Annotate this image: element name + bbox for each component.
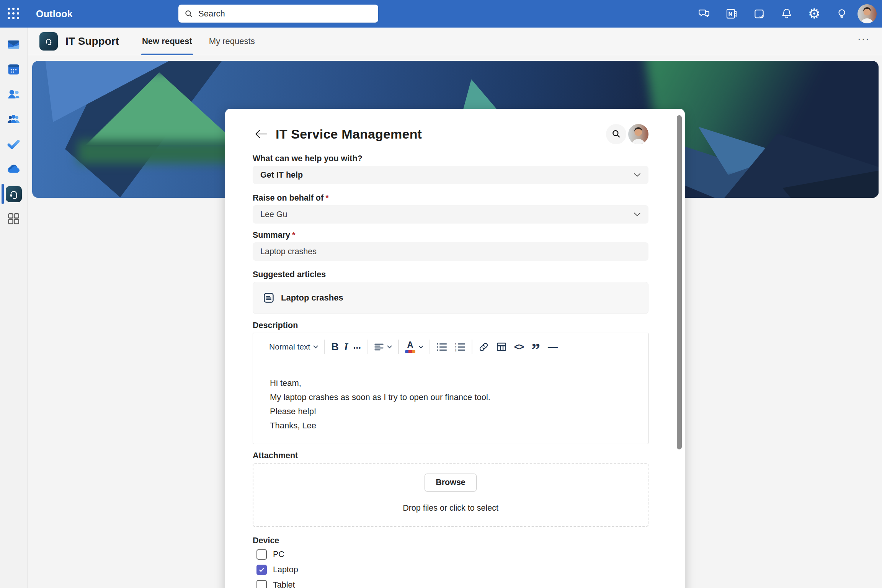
browse-button[interactable]: Browse bbox=[425, 474, 477, 492]
behalf-select-value: Lee Gu bbox=[260, 210, 287, 219]
chevron-down-icon bbox=[634, 212, 641, 217]
avatar-photo bbox=[858, 4, 877, 23]
scrollbar-thumb[interactable] bbox=[677, 115, 682, 449]
addin-header: IT Support New request My requests ··· bbox=[28, 28, 882, 55]
text-color-button[interactable]: A bbox=[405, 341, 423, 353]
onenote-button[interactable] bbox=[720, 2, 743, 26]
request-form-panel: IT Service Management What can we help y… bbox=[225, 109, 685, 588]
panel-user-avatar[interactable] bbox=[628, 124, 648, 144]
device-option-pc[interactable]: PC bbox=[256, 548, 648, 561]
user-avatar[interactable] bbox=[858, 4, 877, 23]
editor-line: Please help! bbox=[270, 404, 631, 418]
horizontal-rule-button[interactable]: — bbox=[548, 341, 558, 353]
calendar-icon bbox=[7, 62, 21, 77]
addin-tabs: New request My requests bbox=[141, 28, 271, 55]
attachment-dropzone[interactable]: Browse Drop files or click to select bbox=[253, 463, 648, 527]
numbered-list-button[interactable]: 123 bbox=[455, 343, 466, 351]
text-style-dropdown[interactable]: Normal text bbox=[269, 342, 318, 351]
sidebar-item-onedrive[interactable] bbox=[0, 157, 28, 181]
tab-my-requests[interactable]: My requests bbox=[208, 28, 256, 55]
notifications-button[interactable] bbox=[775, 2, 799, 26]
suite-header-actions: ⚙ bbox=[692, 0, 877, 28]
bold-button[interactable]: B bbox=[331, 341, 339, 353]
device-option-laptop[interactable]: Laptop bbox=[256, 563, 648, 576]
app-launcher-icon bbox=[8, 8, 20, 20]
it-support-icon bbox=[6, 186, 22, 202]
groups-icon bbox=[7, 112, 21, 126]
apps-grid-icon bbox=[7, 212, 21, 226]
onedrive-icon bbox=[6, 162, 21, 177]
more-formatting-button[interactable]: ••• bbox=[353, 343, 361, 351]
article-icon bbox=[263, 292, 274, 304]
insert-table-button[interactable] bbox=[497, 342, 506, 351]
tab-label: New request bbox=[142, 36, 192, 46]
code-block-button[interactable]: <> bbox=[514, 342, 524, 352]
addin-title: IT Support bbox=[65, 35, 119, 47]
app-launcher-button[interactable] bbox=[0, 0, 28, 28]
bell-icon bbox=[780, 7, 793, 20]
checkbox-label: Tablet bbox=[273, 580, 295, 588]
sidebar-item-mail[interactable] bbox=[0, 32, 28, 57]
people-icon bbox=[7, 87, 21, 101]
editor-line: My laptop crashes as soon as I try to op… bbox=[270, 390, 631, 404]
behalf-select[interactable]: Lee Gu bbox=[253, 205, 648, 224]
bullet-list-button[interactable] bbox=[436, 343, 447, 351]
chevron-down-icon bbox=[634, 173, 641, 177]
checkbox[interactable] bbox=[256, 565, 267, 575]
alignment-button[interactable] bbox=[374, 343, 392, 351]
mail-icon bbox=[7, 38, 21, 52]
tasks-icon bbox=[753, 7, 766, 20]
checkbox-label: Laptop bbox=[273, 565, 298, 575]
rich-text-editor: Normal text B I ••• bbox=[253, 333, 648, 444]
editor-toolbar: Normal text B I ••• bbox=[253, 333, 648, 357]
sidebar-item-groups[interactable] bbox=[0, 107, 28, 132]
summary-input-wrap bbox=[253, 242, 648, 261]
summary-input[interactable] bbox=[260, 247, 641, 256]
todo-tasks-button[interactable] bbox=[747, 2, 771, 26]
sidebar-item-people[interactable] bbox=[0, 82, 28, 107]
tab-new-request[interactable]: New request bbox=[141, 28, 193, 55]
gear-icon: ⚙ bbox=[808, 7, 820, 21]
chevron-down-icon bbox=[313, 345, 318, 348]
todo-icon bbox=[7, 137, 21, 151]
sidebar-item-calendar[interactable] bbox=[0, 57, 28, 82]
behalf-field-label: Raise on behalf of* bbox=[253, 193, 648, 203]
sidebar-item-todo[interactable] bbox=[0, 132, 28, 157]
device-option-tablet[interactable]: Tablet bbox=[256, 578, 648, 588]
main-area: IT Support New request My requests ··· bbox=[28, 28, 882, 588]
checkbox[interactable] bbox=[256, 580, 267, 588]
sidebar-item-itsupport[interactable] bbox=[0, 181, 28, 206]
feedback-button[interactable] bbox=[692, 2, 716, 26]
help-select[interactable]: Get IT help bbox=[253, 166, 648, 184]
toolbar-divider bbox=[430, 340, 430, 354]
search-input[interactable] bbox=[198, 9, 372, 19]
chevron-down-icon bbox=[387, 345, 392, 348]
tips-button[interactable] bbox=[830, 2, 854, 26]
insert-link-button[interactable] bbox=[479, 342, 489, 352]
italic-button[interactable]: I bbox=[344, 341, 348, 353]
outlook-window: Outlook ⚙ bbox=[0, 0, 882, 588]
text-color-icon: A bbox=[405, 341, 415, 353]
settings-button[interactable]: ⚙ bbox=[802, 2, 826, 26]
app-rail bbox=[0, 28, 28, 588]
table-icon bbox=[497, 342, 506, 351]
checkbox-label: PC bbox=[273, 550, 284, 559]
toolbar-divider bbox=[472, 340, 472, 354]
sidebar-item-apps[interactable] bbox=[0, 206, 28, 231]
lightbulb-icon bbox=[835, 7, 848, 20]
description-label: Description bbox=[253, 321, 648, 330]
more-options-button[interactable]: ··· bbox=[858, 33, 870, 45]
checkbox[interactable] bbox=[256, 549, 267, 560]
editor-content[interactable]: Hi team, My laptop crashes as soon as I … bbox=[253, 357, 648, 433]
svg-text:3: 3 bbox=[455, 349, 457, 351]
panel-search-button[interactable] bbox=[606, 124, 626, 144]
search-box[interactable] bbox=[178, 5, 378, 23]
suggested-article-item[interactable]: Laptop crashes bbox=[253, 282, 648, 314]
quote-button[interactable]: ” bbox=[531, 340, 540, 353]
numbered-list-icon: 123 bbox=[455, 343, 466, 351]
back-arrow-icon bbox=[255, 129, 268, 139]
search-icon bbox=[185, 10, 193, 18]
back-button[interactable] bbox=[253, 126, 270, 142]
editor-line: Thanks, Lee bbox=[270, 418, 631, 433]
toolbar-divider bbox=[398, 340, 399, 354]
